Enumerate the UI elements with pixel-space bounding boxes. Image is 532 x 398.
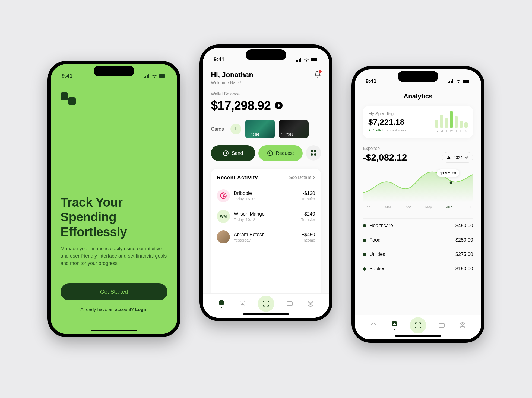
activity-item[interactable]: WM Wilson Mango Today, 10.12 -$240 Trans… <box>217 206 315 227</box>
mini-bar <box>450 111 453 128</box>
chart-month-label[interactable]: Feb <box>365 205 370 209</box>
add-card-button[interactable] <box>230 124 241 134</box>
notch <box>398 71 438 82</box>
svg-rect-1 <box>166 75 166 77</box>
activity-item[interactable]: Abram Botosh Yesterday +$450 Income <box>217 227 315 247</box>
tab-scan[interactable] <box>410 317 426 333</box>
mini-bar <box>460 121 463 128</box>
day-label: M <box>440 129 443 133</box>
tab-profile[interactable] <box>305 300 316 307</box>
spending-label: My Spending <box>368 111 406 116</box>
chart-tooltip: $1,975.00 <box>437 169 460 177</box>
chart-x-axis: FebMarAprMayJunJul <box>363 205 473 209</box>
tab-home[interactable] <box>216 299 227 308</box>
category-amount: $275.00 <box>455 252 473 257</box>
status-icons <box>296 58 318 62</box>
day-label: S <box>435 129 438 133</box>
chart-month-label[interactable]: Jul <box>467 205 471 209</box>
balance-label: Wallet Balance <box>211 92 321 97</box>
battery-icon <box>311 58 318 62</box>
tab-profile[interactable] <box>457 322 468 329</box>
notification-button[interactable] <box>314 71 321 79</box>
phone-home: 9:41 Hi, Jonathan Welcome Back! Wallet B… <box>199 44 332 321</box>
expense-item[interactable]: Utilities$275.00 <box>363 247 473 262</box>
card-dark[interactable]: **** 7391 <box>279 120 309 138</box>
expense-item[interactable]: Food$250.00 <box>363 233 473 247</box>
day-label: W <box>450 129 453 133</box>
avatar-initials: WM <box>217 210 230 223</box>
svg-rect-12 <box>470 81 470 82</box>
home-indicator <box>91 330 137 331</box>
activity-amount: +$450 <box>301 232 315 237</box>
notch <box>94 66 134 76</box>
svg-rect-3 <box>318 59 318 60</box>
mini-bar <box>435 120 438 128</box>
more-actions-button[interactable] <box>306 145 321 161</box>
phone-analytics: 9:41 Analytics My Spending $7,221.18 4.9… <box>352 66 484 343</box>
day-label: S <box>464 129 468 133</box>
activity-name: Abram Botosh <box>234 232 297 237</box>
request-icon <box>267 150 273 156</box>
send-button[interactable]: Send <box>211 145 255 161</box>
activity-item[interactable]: Dribbble Today, 16.32 -$120 Transfer <box>217 185 315 206</box>
chart-month-label[interactable]: May <box>425 205 432 209</box>
status-time: 9:41 <box>62 73 72 79</box>
svg-point-14 <box>450 181 452 184</box>
activity-type: Transfer <box>301 217 315 222</box>
category-name: Suplies <box>369 266 385 272</box>
home-icon <box>370 322 377 329</box>
svg-point-10 <box>310 302 311 304</box>
spending-delta-label: From last week <box>382 128 406 132</box>
get-started-button[interactable]: Get Started <box>61 283 167 300</box>
tab-home[interactable] <box>368 322 379 329</box>
user-icon <box>459 322 466 329</box>
mini-bar <box>440 115 443 128</box>
svg-rect-2 <box>311 58 317 61</box>
card-teal[interactable]: **** 7391 <box>245 120 275 138</box>
onboarding-subtitle: Manage your finances easily using our in… <box>61 245 167 267</box>
caret-up-icon <box>368 129 371 131</box>
tab-scan[interactable] <box>258 296 274 312</box>
activity-type: Transfer <box>301 197 315 201</box>
mini-bar <box>455 116 458 128</box>
battery-icon <box>463 79 470 83</box>
activity-name: Dribbble <box>234 191 297 196</box>
toggle-visibility-button[interactable] <box>275 102 283 109</box>
category-amount: $250.00 <box>455 237 473 243</box>
mini-bar <box>464 122 468 128</box>
home-indicator <box>243 313 289 315</box>
spending-card: My Spending $7,221.18 4.9% From last wee… <box>363 106 473 138</box>
login-link[interactable]: Login <box>135 307 148 312</box>
activity-time: Today, 10.12 <box>234 217 297 222</box>
chart-icon <box>239 300 246 307</box>
greeting-subtitle: Welcome Back! <box>211 80 253 85</box>
category-name: Utilities <box>369 252 385 257</box>
chart-month-label[interactable]: Apr <box>406 205 411 209</box>
page-title: Analytics <box>363 92 473 100</box>
tab-cards[interactable] <box>284 300 295 307</box>
chevron-down-icon <box>465 156 468 159</box>
balance-amount: $17,298.92 <box>211 98 271 113</box>
chart-icon <box>391 320 398 327</box>
tab-analytics[interactable] <box>389 320 400 330</box>
expense-item[interactable]: Healthcare$450.00 <box>363 219 473 233</box>
request-button[interactable]: Request <box>258 145 303 161</box>
expense-chart: $1,975.00 <box>363 167 473 202</box>
cards-label: Cards <box>211 126 224 132</box>
tab-analytics[interactable] <box>237 300 248 307</box>
expense-item[interactable]: Suplies$150.00 <box>363 262 473 276</box>
svg-point-18 <box>462 324 463 325</box>
month-selector[interactable]: Jul 2024 <box>442 152 473 163</box>
chart-month-label[interactable]: Mar <box>385 205 391 209</box>
category-dot <box>363 253 366 256</box>
signal-icon <box>448 79 454 83</box>
see-details-link[interactable]: See Details <box>289 175 315 180</box>
battery-icon <box>159 74 166 78</box>
chart-month-label[interactable]: Jun <box>446 205 452 209</box>
category-amount: $450.00 <box>455 223 473 229</box>
tab-cards[interactable] <box>436 322 447 329</box>
status-icons <box>448 79 470 83</box>
category-amount: $150.00 <box>455 266 473 272</box>
svg-rect-8 <box>287 302 292 306</box>
mini-bar <box>445 118 448 128</box>
